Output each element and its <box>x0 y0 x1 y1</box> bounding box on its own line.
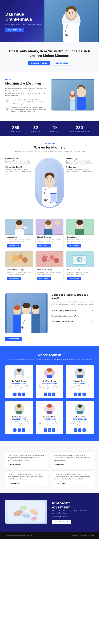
team-section: Unser Team m Es ist sehr schön wenn, jed… <box>0 346 99 441</box>
svg-point-40 <box>55 220 60 225</box>
team-name-2: Dr. Maya Smith <box>38 380 61 382</box>
team-role-5: CHIRURG/ZAHNARZT <box>38 418 61 420</box>
contact-hours: your-more-info (optional) <box>52 516 94 518</box>
svg-rect-52 <box>36 252 64 267</box>
service-card-2: Über die Chirurgie Sample text. Click to… <box>35 218 64 249</box>
service-btn-4[interactable]: WEITERLESEN <box>7 277 21 280</box>
svg-point-85 <box>78 368 82 372</box>
facebook-icon-4[interactable]: f <box>13 428 16 432</box>
team-role-3: CHEFARZT/ZAHNARZT <box>69 382 91 384</box>
service-svg-3 <box>66 219 94 235</box>
services-grid-bottom: Klinik für Immunologie Sample text. Clic… <box>5 251 94 282</box>
svg-point-26 <box>44 199 47 202</box>
faq-question-2[interactable]: When is clinic is in programme? ▼ <box>51 315 94 317</box>
service-btn-2[interactable]: WEITERLESEN <box>37 244 51 248</box>
svg-rect-13 <box>77 97 86 110</box>
service-body-2: Über die Chirurgie Sample text. Click to… <box>36 235 64 249</box>
svg-point-77 <box>17 368 21 372</box>
facebook-icon-6[interactable]: f <box>74 428 77 432</box>
service-text-6: Sample text. Click to select the Text Cl… <box>67 272 92 276</box>
service-btn-6[interactable]: WEITERLESEN <box>67 277 81 280</box>
service-body-6: Online Lösungen Sample text. Click to se… <box>66 267 94 282</box>
twitter-icon-5[interactable]: t <box>48 428 51 432</box>
service-image-5 <box>36 252 64 267</box>
facebook-icon-5[interactable]: f <box>44 428 47 432</box>
contact-email: your-email@gmail.com <box>52 512 94 514</box>
stat-2: 32 Mitarbeiter <box>31 125 40 132</box>
facebook-icon-2[interactable]: f <box>44 392 47 396</box>
faq-item-1: What is the programme available? ▼ <box>51 308 94 313</box>
testimonials-section: Braugen unsere Plänsier nicht mehr Aufna… <box>0 441 99 493</box>
testimonial-text-1: Braugen unsere Plänsier nicht mehr Aufna… <box>8 454 45 461</box>
hero-subtitle: Wir sind der beste Arzt in der Familie &… <box>5 23 48 25</box>
service-image-2 <box>36 219 64 235</box>
twitter-icon-4[interactable]: t <box>17 428 21 432</box>
linkedin-icon-6[interactable]: in <box>83 428 86 432</box>
faq-question-1[interactable]: What is the programme available? ▼ <box>51 310 94 312</box>
stat-label-2: Mitarbeiter <box>31 131 40 132</box>
solutions-doctor-svg <box>51 79 94 110</box>
trust-btn2[interactable]: MEHR ERFAHREN <box>52 61 71 66</box>
service-svg-5 <box>36 252 64 267</box>
linkedin-icon-4[interactable]: in <box>22 428 25 432</box>
service-card-1: Laboranalyse Sample text. Click to selec… <box>5 218 33 249</box>
linkedin-icon-2[interactable]: in <box>52 392 55 396</box>
svg-point-89 <box>17 404 21 408</box>
team-avatar-1 <box>14 368 24 378</box>
twitter-icon-2[interactable]: t <box>48 392 51 396</box>
service-btn-1[interactable]: WEITERLESEN <box>7 244 21 248</box>
service-image-6 <box>66 252 94 267</box>
svg-rect-67 <box>21 314 31 333</box>
trust-btn1[interactable]: CHAIRMAN ANSEHEN <box>28 61 50 66</box>
svg-rect-39 <box>44 229 52 235</box>
solution-text-2: Sample text. Click to select the Text Cl… <box>10 107 48 113</box>
facebook-icon-1[interactable]: f <box>13 392 16 396</box>
linkedin-icon-5[interactable]: in <box>52 428 55 432</box>
linkedin-icon-1[interactable]: in <box>22 392 25 396</box>
team-doctor-svg-5 <box>44 404 55 414</box>
team-role-4: CHEFARZT/ZAHNARZT <box>8 418 30 420</box>
svg-point-93 <box>47 404 52 408</box>
service-title-2: Über die Chirurgie <box>37 236 62 238</box>
svg-rect-94 <box>47 411 52 414</box>
twitter-icon-6[interactable]: t <box>78 428 82 432</box>
how-col-right: Untersuchung Sample text. Click to selec… <box>66 158 94 172</box>
team-text-5: Sample text. Click to select the Text Cl… <box>38 421 61 427</box>
testimonial-3: Eine Oper der Medizinhaus, dass den Pati… <box>5 470 48 487</box>
service-btn-3[interactable]: WEITERLESEN <box>67 244 81 248</box>
team-grid: Dr. Felix Schwarz CHEFARZT/ZAHNARZT Samp… <box>5 365 94 434</box>
svg-point-97 <box>78 404 82 408</box>
team-avatar-2 <box>44 368 55 378</box>
team-socials-6: f t in <box>69 428 91 432</box>
twitter-icon-3[interactable]: t <box>78 392 82 396</box>
footer: © 2024 Krankenhaus. Alle Rechte vorbehal… <box>0 532 99 539</box>
faq-question-3[interactable]: Should these file the vaccine? ▼ <box>51 320 94 322</box>
twitter-icon-1[interactable]: t <box>17 392 21 396</box>
contact-right: 001-234-5678 001-987-7654 121 Rock Stree… <box>52 502 94 524</box>
stat-3: 1k Behandlung <box>50 125 60 132</box>
how-doctor-svg <box>35 158 64 208</box>
service-body-4: Klinik für Immunologie Sample text. Clic… <box>5 267 33 282</box>
footer-link-1[interactable]: Datenschutz <box>71 535 79 536</box>
contact-cta-button[interactable]: JETZT ANMELDEN <box>52 520 71 524</box>
svg-rect-98 <box>77 411 83 414</box>
svg-point-8 <box>66 34 68 36</box>
svg-point-5 <box>67 9 76 19</box>
trust-title: Das Krankenhaus, dem Sie vertrauen, das … <box>8 49 91 58</box>
footer-link-3[interactable]: Kontakt <box>89 535 94 536</box>
trust-section: Das Krankenhaus, dem Sie vertrauen, das … <box>0 42 99 72</box>
how-item-title-1: Geplanter Termin <box>5 158 33 160</box>
solutions-section: Lehre Medizinische Lösungen Wir bieten I… <box>0 72 99 121</box>
faq-cta-button[interactable]: WEITERLESEN <box>5 337 22 341</box>
linkedin-icon-3[interactable]: in <box>83 392 86 396</box>
stat-number-4: 230 <box>70 125 89 130</box>
faq-question-text-1: What is the programme available? <box>51 310 77 312</box>
how-layout: Geplanter Termin Sample text. Click to s… <box>5 158 94 208</box>
how-section: Beschreiben Wie es funktioniert Sample t… <box>0 136 99 214</box>
service-btn-5[interactable]: WEITERLESEN <box>37 277 51 280</box>
hero-cta-button[interactable]: LOAN CONTINUE <box>5 28 24 32</box>
footer-link-2[interactable]: Impressum <box>81 535 87 536</box>
svg-rect-90 <box>16 411 22 414</box>
team-avatar-3 <box>75 368 85 378</box>
facebook-icon-3[interactable]: f <box>74 392 77 396</box>
